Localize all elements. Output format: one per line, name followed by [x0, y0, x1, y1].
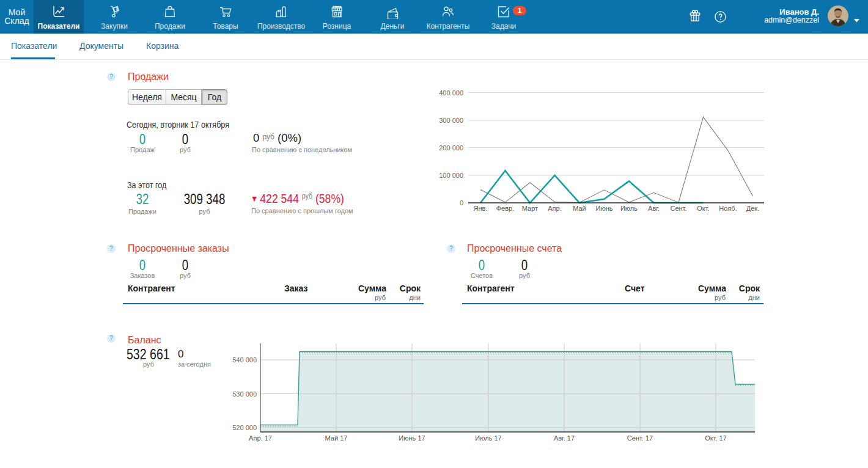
svg-text:530 000: 530 000	[232, 390, 257, 398]
svg-text:Февр.: Февр.	[496, 205, 515, 212]
svg-text:0: 0	[460, 199, 463, 207]
svg-text:Май 17: Май 17	[325, 434, 348, 442]
svg-text:Сент.: Сент.	[670, 205, 686, 212]
svg-text:520 000: 520 000	[232, 424, 257, 431]
svg-text:400 000: 400 000	[439, 89, 463, 97]
svg-text:Окт.: Окт.	[697, 205, 709, 212]
svg-text:Июль: Июль	[620, 205, 638, 212]
svg-text:100 000: 100 000	[439, 172, 463, 179]
svg-text:Окт. 17: Окт. 17	[705, 434, 727, 442]
svg-text:Нояб.: Нояб.	[719, 205, 737, 212]
svg-text:540 000: 540 000	[232, 356, 257, 364]
svg-text:Авг. 17: Авг. 17	[554, 434, 575, 442]
svg-text:Май: Май	[573, 205, 586, 212]
svg-text:Дек.: Дек.	[746, 205, 759, 212]
svg-text:Июнь 17: Июнь 17	[399, 434, 425, 442]
svg-text:Авг.: Авг.	[648, 205, 660, 212]
svg-text:Сент. 17: Сент. 17	[627, 434, 653, 442]
svg-text:Март: Март	[522, 205, 538, 212]
svg-text:Июль 17: Июль 17	[475, 434, 501, 442]
svg-text:300 000: 300 000	[439, 117, 463, 124]
svg-text:Янв.: Янв.	[474, 205, 488, 212]
svg-text:Апр. 17: Апр. 17	[249, 434, 272, 442]
svg-text:Июнь: Июнь	[596, 205, 613, 212]
svg-text:Апр.: Апр.	[548, 205, 561, 212]
svg-text:200 000: 200 000	[439, 144, 463, 152]
